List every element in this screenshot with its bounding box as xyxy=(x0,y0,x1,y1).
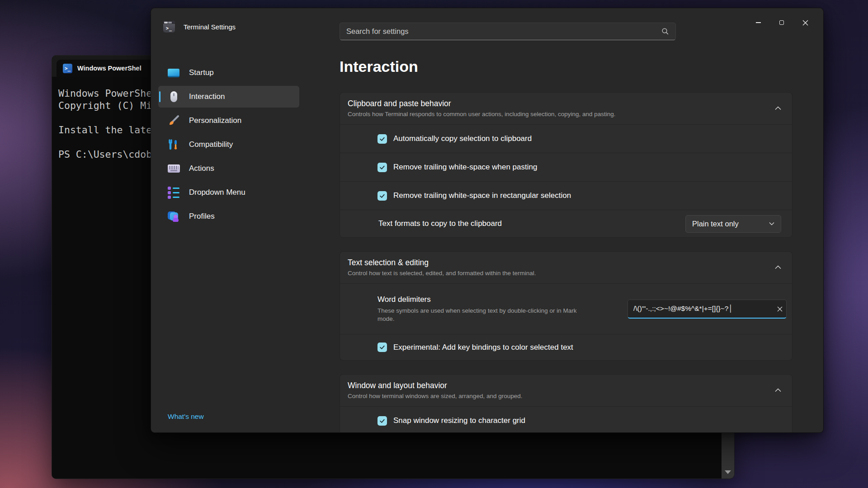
chevron-down-icon xyxy=(769,222,774,225)
check-icon xyxy=(379,136,385,142)
whats-new-link[interactable]: What's new xyxy=(168,413,204,421)
setting-label: Snap window resizing to character grid xyxy=(393,416,525,425)
keyboard-icon xyxy=(167,162,180,175)
sidebar-item-label: Personalization xyxy=(189,116,241,125)
powershell-tab-title: Windows PowerShel xyxy=(77,65,142,72)
sidebar-item-startup[interactable]: Startup xyxy=(158,62,299,84)
window-layout-card: Window and layout behavior Control how t… xyxy=(340,374,793,433)
setting-label: Experimental: Add key bindings to color … xyxy=(393,343,573,352)
mouse-icon xyxy=(167,90,180,103)
window-controls xyxy=(746,8,817,37)
terminal-settings-icon: >_ xyxy=(163,21,175,33)
copy-formats-dropdown[interactable]: Plain text only xyxy=(685,215,781,233)
card-title: Window and layout behavior xyxy=(348,381,775,390)
check-icon xyxy=(379,418,385,424)
clear-input-button[interactable] xyxy=(777,300,783,319)
check-icon xyxy=(379,193,385,199)
minimize-icon xyxy=(756,22,761,23)
checkbox-checked[interactable] xyxy=(377,343,387,352)
search-input[interactable] xyxy=(340,23,661,40)
settings-search-box[interactable] xyxy=(340,23,676,40)
setting-row-snap-resizing: Snap window resizing to character grid xyxy=(340,406,792,433)
terminal-settings-window: >_ Terminal Settings Startup xyxy=(151,8,824,433)
sidebar-item-label: Profiles xyxy=(189,212,215,221)
chevron-up-icon[interactable] xyxy=(775,106,781,110)
check-icon xyxy=(379,344,385,350)
setting-label: Remove trailing white-space in rectangul… xyxy=(393,191,571,200)
setting-row-experimental-keybindings: Experimental: Add key bindings to color … xyxy=(340,334,792,360)
powershell-icon: >_ xyxy=(63,64,72,73)
selection-card-header[interactable]: Text selection & editing Control how tex… xyxy=(340,252,792,283)
profiles-icon xyxy=(167,210,180,223)
card-subtitle: Control how text is selected, edited, an… xyxy=(348,270,775,277)
setting-row-trim-paste: Remove trailing white-space when pasting xyxy=(340,153,792,181)
close-button[interactable] xyxy=(793,14,817,32)
selected-accent-bar xyxy=(159,91,160,102)
page-title: Interaction xyxy=(340,58,793,79)
card-subtitle: Control how terminal windows are sized, … xyxy=(348,393,775,399)
setting-label: Remove trailing white-space when pasting xyxy=(393,163,537,172)
setting-row-word-delimiters: Word delimiters These symbols are used w… xyxy=(340,283,792,334)
list-icon xyxy=(167,186,180,199)
sidebar-item-label: Interaction xyxy=(189,92,225,101)
card-title: Text selection & editing xyxy=(348,258,775,267)
sidebar-item-interaction[interactable]: Interaction xyxy=(158,86,299,108)
sidebar-item-label: Actions xyxy=(189,164,214,173)
window-card-header[interactable]: Window and layout behavior Control how t… xyxy=(340,375,792,406)
sidebar-item-profiles[interactable]: Profiles xyxy=(158,206,299,227)
close-icon xyxy=(802,20,808,26)
sidebar-item-label: Startup xyxy=(189,68,214,77)
card-title: Clipboard and paste behavior xyxy=(348,99,775,108)
dropdown-selected-value: Plain text only xyxy=(692,220,769,228)
checkbox-checked[interactable] xyxy=(377,191,387,201)
setting-label: Automatically copy selection to clipboar… xyxy=(393,134,532,143)
paintbrush-icon xyxy=(167,114,180,127)
word-delimiters-input[interactable] xyxy=(627,300,787,319)
sidebar-item-dropdown-menu[interactable]: Dropdown Menu xyxy=(158,182,299,203)
setting-description: These symbols are used when selecting te… xyxy=(377,307,590,323)
checkbox-checked[interactable] xyxy=(377,416,387,426)
window-title: Terminal Settings xyxy=(184,23,236,31)
setting-row-trim-rect-selection: Remove trailing white-space in rectangul… xyxy=(340,181,792,210)
checkbox-checked[interactable] xyxy=(377,134,387,144)
card-subtitle: Controls how Terminal responds to common… xyxy=(348,111,775,117)
setting-label: Text formats to copy to the clipboard xyxy=(378,219,502,228)
minimize-button[interactable] xyxy=(746,14,770,32)
clipboard-paste-card: Clipboard and paste behavior Controls ho… xyxy=(340,92,793,238)
settings-sidebar: Startup Interaction Personalization xyxy=(158,62,299,230)
sidebar-item-compatibility[interactable]: Compatibility xyxy=(158,134,299,155)
chevron-up-icon[interactable] xyxy=(775,265,781,269)
setting-row-auto-copy: Automatically copy selection to clipboar… xyxy=(340,124,792,153)
sidebar-item-label: Compatibility xyxy=(189,140,233,149)
close-icon xyxy=(777,306,783,312)
search-icon[interactable] xyxy=(661,28,669,35)
chevron-up-icon[interactable] xyxy=(775,388,781,392)
monitor-icon xyxy=(167,66,180,79)
setting-label: Word delimiters xyxy=(377,295,590,304)
check-icon xyxy=(379,164,385,170)
sidebar-item-personalization[interactable]: Personalization xyxy=(158,110,299,131)
sidebar-item-label: Dropdown Menu xyxy=(189,188,245,197)
maximize-button[interactable] xyxy=(770,14,793,32)
clipboard-card-header[interactable]: Clipboard and paste behavior Controls ho… xyxy=(340,93,792,124)
text-selection-card: Text selection & editing Control how tex… xyxy=(340,251,793,361)
checkbox-checked[interactable] xyxy=(377,163,387,172)
scroll-down-arrow-icon[interactable] xyxy=(725,470,731,474)
settings-content: Interaction Clipboard and paste behavior… xyxy=(340,58,793,433)
sidebar-item-actions[interactable]: Actions xyxy=(158,158,299,179)
maximize-icon xyxy=(779,20,784,25)
tools-icon xyxy=(167,138,180,151)
setting-row-copy-formats: Text formats to copy to the clipboard Pl… xyxy=(340,210,792,237)
